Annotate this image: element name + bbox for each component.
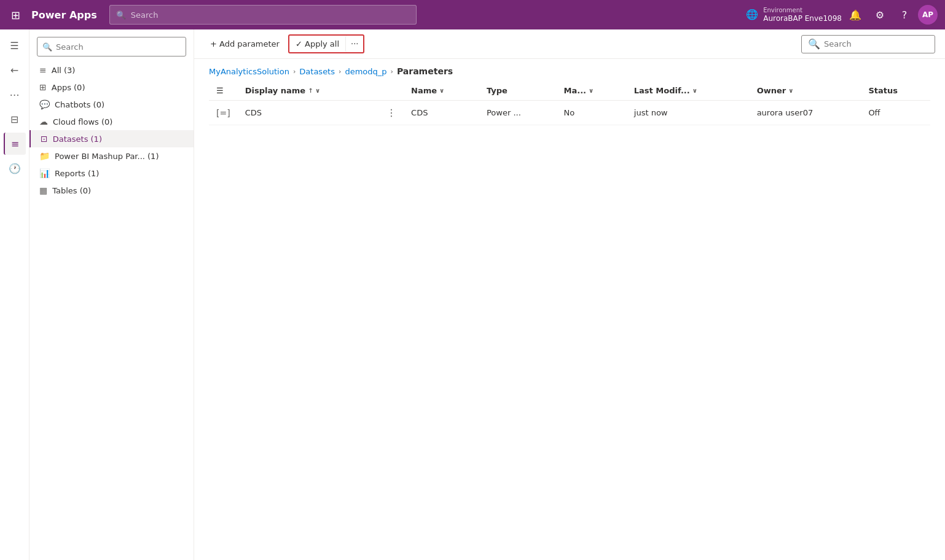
sidebar-icon-apps: ⊞ <box>39 82 47 92</box>
sidebar-label-datasets: Datasets (1) <box>53 134 184 144</box>
row-check[interactable]: [=] <box>209 101 238 125</box>
sidebar-icon-tables: ▦ <box>39 185 47 195</box>
sidebar-label-all: All (3) <box>52 66 184 75</box>
rail-back-icon[interactable]: ← <box>4 59 26 81</box>
sidebar-item-reports[interactable]: 📊 Reports (1) <box>29 165 194 182</box>
row-type: Power ... <box>479 101 557 125</box>
sidebar-item-all[interactable]: ≡ All (3) <box>29 61 194 79</box>
row-more[interactable]: ⋮ <box>379 101 404 125</box>
row-managed: No <box>557 101 627 125</box>
apply-all-button[interactable]: ✓ Apply all <box>289 36 345 52</box>
th-status: Status <box>861 81 930 101</box>
sidebar-item-datasets[interactable]: ⊡ Datasets (1) <box>29 130 194 147</box>
row-status: Off <box>861 101 930 125</box>
th-last-modified-label: Last Modif... <box>634 86 690 95</box>
th-owner-sort: ∨ <box>788 87 793 94</box>
sidebar-icon-chatbots: 💬 <box>39 99 50 109</box>
top-nav-right: 🌐 Environment AuroraBAP Enve1098 🔔 ⚙ ? A… <box>746 4 938 26</box>
th-last-modified[interactable]: Last Modif... ∨ <box>627 81 750 101</box>
toolbar-more-button[interactable]: ··· <box>345 36 363 52</box>
sidebar-label-apps: Apps (0) <box>52 83 184 92</box>
breadcrumb-link-datasets[interactable]: Datasets <box>299 67 335 76</box>
global-search-input[interactable] <box>131 10 410 20</box>
rail-history-icon[interactable]: 🕐 <box>4 157 26 179</box>
th-type-label: Type <box>487 86 508 95</box>
th-name[interactable]: Name ∨ <box>404 81 479 101</box>
sidebar-icon-all: ≡ <box>39 65 47 75</box>
waffle-menu-icon[interactable]: ⊞ <box>7 5 24 25</box>
sidebar-item-apps[interactable]: ⊞ Apps (0) <box>29 79 194 96</box>
toolbar-search-box[interactable]: 🔍 <box>801 35 935 53</box>
icon-rail: ☰ ← ⋯ ⊟ ≡ 🕐 <box>0 29 29 560</box>
th-display-name-sort: ↑ ∨ <box>308 87 320 94</box>
environment-selector[interactable]: 🌐 Environment AuroraBAP Enve1098 <box>746 7 842 23</box>
rail-components-icon[interactable]: ⊟ <box>4 108 26 130</box>
breadcrumb-sep-3: › <box>391 68 393 76</box>
toolbar-more-icon: ··· <box>351 39 358 49</box>
th-owner[interactable]: Owner ∨ <box>750 81 861 101</box>
th-display-name[interactable]: Display name ↑ ∨ <box>238 81 379 101</box>
sidebar-item-tables[interactable]: ▦ Tables (0) <box>29 182 194 199</box>
th-owner-label: Owner <box>757 86 786 95</box>
top-nav: ⊞ Power Apps 🔍 🌐 Environment AuroraBAP E… <box>0 0 945 29</box>
toolbar-search-input[interactable] <box>824 39 928 49</box>
add-parameter-label: + Add parameter <box>210 39 280 49</box>
avatar[interactable]: AP <box>918 5 938 25</box>
breadcrumb-link-solution[interactable]: MyAnalyticsSolution <box>209 67 289 76</box>
table-container: ☰ Display name ↑ ∨ Name ∨ <box>194 81 945 560</box>
breadcrumb-sep-1: › <box>293 68 296 76</box>
content-area: + Add parameter ✓ Apply all ··· 🔍 MyAnal… <box>194 29 945 560</box>
environment-name: AuroraBAP Enve1098 <box>763 14 842 23</box>
sidebar-item-power-bi[interactable]: 📁 Power BI Mashup Par... (1) <box>29 147 194 165</box>
toolbar-right: 🔍 <box>801 35 935 53</box>
environment-label: Environment <box>763 7 842 14</box>
th-status-label: Status <box>868 86 898 95</box>
row-display-name: CDS <box>238 101 379 125</box>
sidebar-icon-cloud-flows: ☁ <box>39 117 48 126</box>
main-layout: ☰ ← ⋯ ⊟ ≡ 🕐 🔍 ≡ All (3) ⊞ Apps (0) 💬 Cha… <box>0 29 945 560</box>
global-search-box[interactable]: 🔍 <box>109 5 417 25</box>
parameters-table: ☰ Display name ↑ ∨ Name ∨ <box>209 81 930 125</box>
row-more-icon[interactable]: ⋮ <box>386 107 396 119</box>
app-title: Power Apps <box>31 9 97 21</box>
sidebar-item-cloud-flows[interactable]: ☁ Cloud flows (0) <box>29 113 194 130</box>
sidebar-label-reports: Reports (1) <box>55 169 184 178</box>
rail-solutions-icon[interactable]: ≡ <box>4 133 26 155</box>
rail-menu-icon[interactable]: ☰ <box>4 34 26 56</box>
row-name: CDS <box>404 101 479 125</box>
add-parameter-button[interactable]: + Add parameter <box>204 36 286 52</box>
row-type-icon: [=] <box>216 108 230 118</box>
th-name-sort: ∨ <box>439 87 444 94</box>
th-managed-label: Ma... <box>564 86 587 95</box>
sidebar-label-tables: Tables (0) <box>52 186 184 195</box>
help-button[interactable]: ? <box>893 4 916 26</box>
th-display-name-label: Display name <box>245 86 306 95</box>
sidebar-item-chatbots[interactable]: 💬 Chatbots (0) <box>29 96 194 113</box>
th-managed[interactable]: Ma... ∨ <box>557 81 627 101</box>
sidebar-icon-reports: 📊 <box>39 168 50 178</box>
row-owner: aurora user07 <box>750 101 861 125</box>
notifications-button[interactable]: 🔔 <box>844 4 866 26</box>
sidebar-icon-power-bi: 📁 <box>39 151 50 161</box>
th-name-label: Name <box>411 86 437 95</box>
breadcrumb-sep-2: › <box>339 68 341 76</box>
sidebar-label-chatbots: Chatbots (0) <box>55 100 184 109</box>
environment-info: Environment AuroraBAP Enve1098 <box>763 7 842 23</box>
sidebar-label-power-bi: Power BI Mashup Par... (1) <box>55 152 184 161</box>
th-check[interactable]: ☰ <box>209 81 238 101</box>
check-all-icon: ☰ <box>216 86 224 95</box>
sidebar-search-box[interactable]: 🔍 <box>37 37 186 56</box>
breadcrumb-link-demodq[interactable]: demodq_p <box>345 67 386 76</box>
table-row: [=] CDS ⋮ CDS Power ... No just now auro… <box>209 101 930 125</box>
toolbar-search-icon: 🔍 <box>808 38 820 50</box>
rail-more-icon[interactable]: ⋯ <box>4 84 26 106</box>
th-managed-sort: ∨ <box>589 87 594 94</box>
sidebar-search-input[interactable] <box>56 42 181 52</box>
global-search-icon: 🔍 <box>116 10 126 20</box>
th-more-spacer <box>379 81 404 101</box>
environment-icon: 🌐 <box>746 9 758 20</box>
toolbar: + Add parameter ✓ Apply all ··· 🔍 <box>194 29 945 59</box>
sidebar: 🔍 ≡ All (3) ⊞ Apps (0) 💬 Chatbots (0) ☁ … <box>29 29 194 560</box>
settings-button[interactable]: ⚙ <box>869 4 891 26</box>
sidebar-icon-datasets: ⊡ <box>41 134 48 144</box>
